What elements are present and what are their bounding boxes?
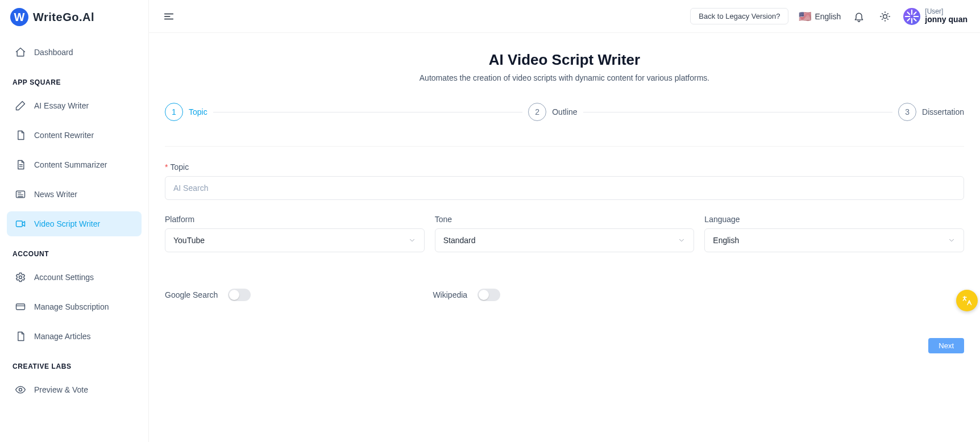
- translate-icon: [961, 295, 973, 306]
- divider: [165, 146, 964, 147]
- logo-text: WriteGo.Al: [33, 11, 94, 24]
- platform-select[interactable]: YouTube: [165, 228, 425, 252]
- svg-point-2: [19, 276, 22, 279]
- sidebar-item-label: Content Rewriter: [34, 131, 94, 140]
- sidebar-item-dashboard[interactable]: Dashboard: [7, 40, 142, 65]
- file-icon: [15, 331, 26, 342]
- step-label: Outline: [552, 107, 577, 116]
- step-outline[interactable]: 2 Outline: [528, 103, 577, 121]
- content: AI Video Script Writer Automates the cre…: [149, 33, 980, 442]
- help-fab[interactable]: [956, 290, 978, 311]
- file-icon: [15, 130, 26, 141]
- svg-point-5: [883, 14, 887, 18]
- step-number: 1: [165, 103, 183, 121]
- svg-rect-1: [16, 221, 23, 227]
- language-select[interactable]: English: [704, 228, 964, 252]
- google-search-toggle[interactable]: [228, 289, 251, 301]
- sidebar-item-content-summarizer[interactable]: Content Summarizer: [7, 152, 142, 177]
- sidebar-item-video-script-writer[interactable]: Video Script Writer: [7, 211, 142, 236]
- wikipedia-label: Wikipedia: [433, 290, 467, 299]
- sidebar-item-label: Dashboard: [34, 48, 73, 57]
- step-number: 2: [528, 103, 546, 121]
- tone-value: Standard: [443, 236, 476, 245]
- stepper: 1 Topic 2 Outline 3 Dissertation: [165, 103, 964, 121]
- platform-label: Platform: [165, 215, 425, 224]
- platform-value: YouTube: [173, 236, 205, 245]
- user-menu[interactable]: [User] jonny quan: [903, 8, 967, 25]
- main: Back to Legacy Version? 🇺🇸 English [User…: [149, 0, 980, 442]
- step-divider: [213, 112, 523, 112]
- sidebar-item-manage-subscription[interactable]: Manage Subscription: [7, 294, 142, 319]
- required-mark: *: [165, 162, 168, 172]
- group-app-square: APP SQUARE: [5, 68, 144, 90]
- page-title: AI Video Script Writer: [165, 51, 964, 69]
- user-name: jonny quan: [925, 15, 967, 24]
- wikipedia-toggle-wrap: Wikipedia: [433, 289, 500, 301]
- sidebar-item-content-rewriter[interactable]: Content Rewriter: [7, 123, 142, 148]
- gear-icon: [15, 272, 26, 283]
- group-creative-labs: CREATIVE LABS: [5, 352, 144, 374]
- video-icon: [15, 218, 26, 230]
- sun-icon: [879, 11, 891, 22]
- sidebar-item-account-settings[interactable]: Account Settings: [7, 265, 142, 290]
- sidebar-item-label: Manage Subscription: [34, 302, 109, 311]
- header: Back to Legacy Version? 🇺🇸 English [User…: [149, 0, 980, 33]
- topic-input[interactable]: [165, 176, 964, 200]
- newspaper-icon: [15, 189, 26, 200]
- logo-badge-icon: W: [10, 8, 28, 26]
- page-subtitle: Automates the creation of video scripts …: [165, 73, 964, 82]
- language-value: English: [713, 236, 739, 245]
- sidebar-item-news-writer[interactable]: News Writer: [7, 182, 142, 207]
- language-label: Language: [704, 215, 964, 224]
- sparkle-icon: [903, 8, 920, 25]
- logo[interactable]: W WriteGo.Al: [5, 8, 144, 36]
- wikipedia-toggle[interactable]: [477, 289, 500, 301]
- sidebar-item-label: News Writer: [34, 190, 77, 199]
- sidebar-item-label: Manage Articles: [34, 332, 91, 341]
- legacy-version-button[interactable]: Back to Legacy Version?: [690, 8, 788, 24]
- sidebar-item-label: Video Script Writer: [34, 219, 100, 228]
- notifications-button[interactable]: [851, 9, 867, 24]
- topic-label: *Topic: [165, 162, 964, 172]
- sidebar-item-manage-articles[interactable]: Manage Articles: [7, 324, 142, 349]
- avatar: [903, 8, 920, 25]
- bell-icon: [853, 11, 865, 22]
- menu-icon: [163, 10, 175, 23]
- topic-label-text: Topic: [170, 162, 189, 172]
- home-icon: [15, 47, 26, 58]
- sidebar-item-preview-vote[interactable]: Preview & Vote: [7, 377, 142, 402]
- sidebar-item-ai-essay-writer[interactable]: AI Essay Writer: [7, 93, 142, 118]
- sidebar-toggle[interactable]: [155, 2, 183, 31]
- sidebar: W WriteGo.Al Dashboard APP SQUARE AI Ess…: [0, 0, 149, 442]
- tone-select[interactable]: Standard: [435, 228, 695, 252]
- next-button[interactable]: Next: [928, 338, 964, 353]
- sidebar-item-label: AI Essay Writer: [34, 101, 89, 110]
- sidebar-item-label: Content Summarizer: [34, 160, 107, 169]
- pen-icon: [15, 100, 26, 111]
- card-icon: [15, 301, 26, 312]
- chevron-down-icon: [408, 236, 416, 244]
- step-label: Topic: [189, 107, 207, 116]
- sidebar-item-label: Account Settings: [34, 273, 94, 282]
- step-divider: [583, 112, 893, 112]
- file-lines-icon: [15, 159, 26, 170]
- theme-toggle[interactable]: [877, 9, 893, 24]
- step-dissertation[interactable]: 3 Dissertation: [898, 103, 964, 121]
- eye-icon: [15, 384, 26, 395]
- step-label: Dissertation: [922, 107, 964, 116]
- google-search-label: Google Search: [165, 290, 218, 299]
- group-account: ACCOUNT: [5, 240, 144, 261]
- chevron-down-icon: [678, 236, 686, 244]
- google-search-toggle-wrap: Google Search: [165, 289, 251, 301]
- sidebar-item-label: Preview & Vote: [34, 385, 88, 394]
- language-label: English: [815, 12, 841, 21]
- flag-icon: 🇺🇸: [799, 11, 811, 22]
- tone-label: Tone: [435, 215, 695, 224]
- svg-rect-3: [16, 304, 25, 310]
- step-number: 3: [898, 103, 916, 121]
- language-picker[interactable]: 🇺🇸 English: [799, 11, 841, 22]
- svg-point-4: [19, 389, 22, 391]
- chevron-down-icon: [948, 236, 956, 244]
- step-topic[interactable]: 1 Topic: [165, 103, 207, 121]
